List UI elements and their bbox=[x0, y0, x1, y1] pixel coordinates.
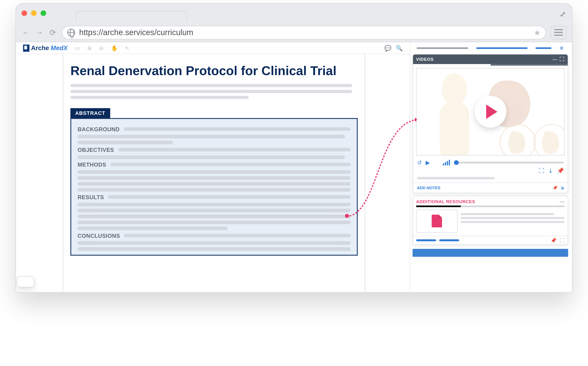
browser-window: ⤢ ← → ⟳ https://arche.services/curriculu… bbox=[16, 3, 572, 292]
connector-dot bbox=[345, 214, 349, 218]
collapse-icon[interactable]: ⇲ bbox=[560, 185, 564, 190]
cursor-icon[interactable]: ↖ bbox=[125, 45, 130, 51]
document-page: Renal Denervation Protocol for Clinical … bbox=[63, 54, 365, 292]
videos-footer: ADD NOTES 📌 ⇲ bbox=[413, 183, 568, 193]
videos-header: VIDEOS — ⛶ bbox=[413, 54, 568, 64]
resource-row[interactable] bbox=[413, 210, 568, 236]
play-icon[interactable]: ▶ bbox=[426, 160, 430, 166]
comment-icon[interactable]: 💬 bbox=[384, 45, 391, 51]
back-icon[interactable]: ← bbox=[22, 28, 30, 37]
url-bar[interactable]: https://arche.services/curriculum ★ bbox=[62, 26, 546, 39]
add-notes-button[interactable]: ADD NOTES bbox=[417, 185, 440, 190]
section-methods: METHODS bbox=[78, 161, 106, 168]
expand-icon[interactable]: ⤢ bbox=[560, 10, 566, 19]
traffic-lights bbox=[22, 10, 46, 16]
bottom-bar[interactable] bbox=[413, 249, 568, 257]
document-title: Renal Denervation Protocol for Clinical … bbox=[70, 63, 358, 78]
pin-icon[interactable]: 📌 bbox=[557, 167, 564, 174]
search-icon[interactable]: 🔍 bbox=[396, 45, 402, 51]
resources-footer: 📌 ⛶ bbox=[413, 236, 568, 244]
placeholder-line bbox=[70, 90, 352, 93]
replay-icon[interactable]: ↺ bbox=[417, 160, 422, 166]
app-content: ArcheMedX ▭ ⊕ ⊖ ✋ ↖ 💬 🔍 Renal Denervatio… bbox=[16, 42, 572, 292]
bookmark-star-icon[interactable]: ★ bbox=[534, 28, 541, 37]
browser-tab[interactable] bbox=[76, 11, 187, 23]
logo-text-a: Arche bbox=[31, 44, 49, 52]
window-titlebar: ⤢ bbox=[16, 4, 572, 23]
abstract-label: ABSTRACT bbox=[70, 108, 110, 118]
download-icon[interactable]: ⤓ bbox=[548, 167, 553, 174]
videos-panel: VIDEOS — ⛶ bbox=[413, 54, 568, 193]
browser-nav-bar: ← → ⟳ https://arche.services/curriculum … bbox=[16, 23, 572, 42]
pin-icon[interactable]: 📌 bbox=[553, 185, 557, 190]
resources-panel: ADDITIONAL RESOURCES — bbox=[413, 196, 568, 245]
play-icon bbox=[486, 105, 497, 119]
reload-icon[interactable]: ⟳ bbox=[48, 28, 57, 37]
video-progress[interactable] bbox=[413, 64, 568, 66]
zoom-in-icon[interactable]: ⊕ bbox=[87, 45, 92, 51]
menu-icon[interactable] bbox=[550, 26, 566, 39]
placeholder-line bbox=[70, 96, 248, 99]
logo-text-b: MedX bbox=[51, 44, 68, 52]
section-objectives: OBJECTIVES bbox=[78, 147, 114, 153]
hand-icon[interactable]: ✋ bbox=[111, 45, 118, 51]
side-tab[interactable] bbox=[535, 47, 551, 49]
pin-icon[interactable]: 📌 bbox=[550, 237, 557, 243]
close-window-icon[interactable] bbox=[22, 10, 27, 16]
maximize-window-icon[interactable] bbox=[40, 10, 46, 16]
side-panel: ✕ VIDEOS — ⛶ bbox=[410, 42, 572, 292]
video-thumbnail[interactable] bbox=[416, 68, 565, 155]
abstract-box: BACKGROUND OBJECTIVES METHODS RESULTS CO… bbox=[70, 118, 358, 256]
resources-header: ADDITIONAL RESOURCES — bbox=[413, 196, 568, 206]
document-area: ArcheMedX ▭ ⊕ ⊖ ✋ ↖ 💬 🔍 Renal Denervatio… bbox=[16, 42, 410, 292]
svg-rect-1 bbox=[440, 102, 469, 155]
side-tabs: ✕ bbox=[413, 45, 568, 52]
page-icon[interactable]: ▭ bbox=[75, 45, 80, 51]
zoom-out-icon[interactable]: ⊖ bbox=[99, 45, 104, 51]
globe-icon bbox=[67, 28, 75, 36]
url-text: https://arche.services/curriculum bbox=[79, 28, 193, 37]
volume-icon[interactable] bbox=[443, 160, 450, 165]
minimize-icon[interactable]: — bbox=[552, 56, 557, 62]
minimize-icon[interactable]: — bbox=[560, 199, 564, 204]
minimize-window-icon[interactable] bbox=[31, 10, 37, 16]
floating-chip[interactable] bbox=[17, 276, 34, 287]
svg-point-0 bbox=[442, 74, 467, 106]
fullscreen-icon[interactable]: ⛶ bbox=[560, 56, 564, 62]
play-button[interactable] bbox=[474, 96, 506, 128]
logo-icon bbox=[23, 44, 30, 52]
resources-label: ADDITIONAL RESOURCES bbox=[416, 199, 475, 204]
side-tab[interactable] bbox=[417, 47, 468, 49]
volume-slider[interactable] bbox=[454, 162, 564, 163]
expand-icon[interactable]: ⛶ bbox=[560, 237, 565, 243]
side-tab-active[interactable] bbox=[476, 47, 528, 49]
app-toolbar: ArcheMedX ▭ ⊕ ⊖ ✋ ↖ 💬 🔍 bbox=[16, 42, 410, 54]
section-background: BACKGROUND bbox=[78, 126, 120, 132]
placeholder-line bbox=[417, 177, 494, 179]
forward-icon[interactable]: → bbox=[35, 28, 44, 37]
videos-label: VIDEOS bbox=[416, 57, 434, 62]
resources-progress bbox=[416, 206, 565, 207]
resource-meta bbox=[461, 210, 565, 233]
section-conclusions: CONCLUSIONS bbox=[78, 232, 120, 239]
placeholder-line bbox=[70, 84, 352, 87]
resource-thumbnail bbox=[416, 210, 458, 233]
video-actions: ⛶ ⤓ 📌 bbox=[413, 167, 568, 175]
close-icon[interactable]: ✕ bbox=[559, 45, 564, 52]
expand-icon[interactable]: ⛶ bbox=[539, 167, 544, 174]
video-controls: ↺ ▶ bbox=[413, 158, 568, 167]
app-logo: ArcheMedX bbox=[23, 44, 68, 52]
pdf-icon bbox=[432, 215, 442, 227]
section-results: RESULTS bbox=[78, 194, 104, 200]
